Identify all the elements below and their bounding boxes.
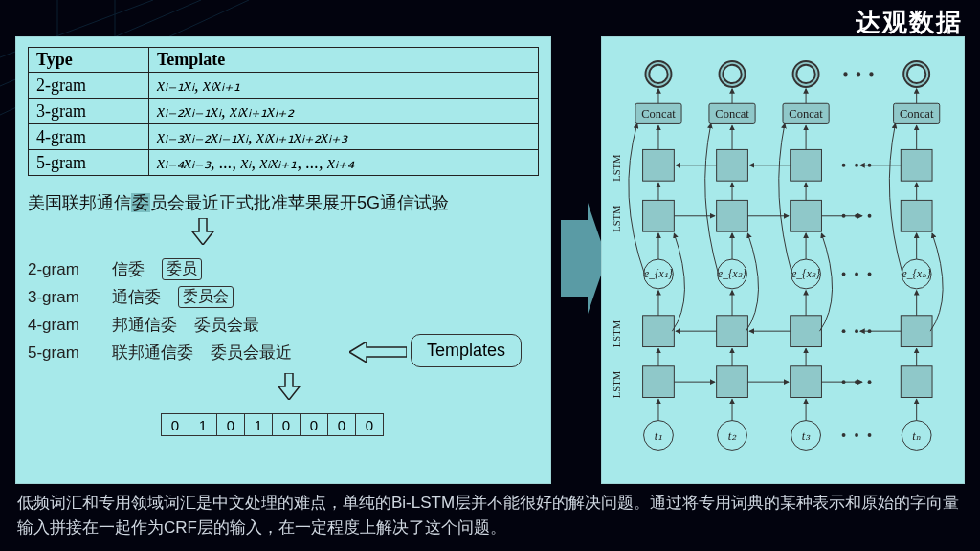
svg-point-11 <box>796 65 814 83</box>
svg-rect-42 <box>791 366 822 398</box>
svg-text:t₁: t₁ <box>655 430 663 443</box>
svg-rect-34 <box>791 200 822 231</box>
svg-point-77 <box>868 214 872 218</box>
svg-text:LSTM: LSTM <box>612 320 622 347</box>
svg-rect-43 <box>901 366 932 398</box>
svg-point-88 <box>855 433 858 437</box>
svg-text:e_{xₙ}: e_{xₙ} <box>902 268 932 279</box>
svg-point-84 <box>842 380 846 384</box>
svg-text:LSTM: LSTM <box>612 370 622 398</box>
svg-point-82 <box>855 329 858 333</box>
template-table: TypeTemplate 2-gramxᵢ₋₁xᵢ, xᵢxᵢ₊₁ 3-gram… <box>28 47 539 176</box>
svg-rect-32 <box>643 200 675 231</box>
svg-text:t₂: t₂ <box>728 430 737 443</box>
th-template: Template <box>148 48 538 73</box>
svg-point-13 <box>843 72 847 76</box>
svg-point-15 <box>869 72 873 76</box>
svg-point-89 <box>868 433 872 437</box>
svg-rect-29 <box>717 149 748 181</box>
svg-rect-39 <box>901 316 932 347</box>
svg-point-85 <box>855 380 858 384</box>
svg-point-10 <box>723 65 741 83</box>
svg-point-72 <box>842 164 846 167</box>
flow-arrow-icon <box>561 220 588 297</box>
bilstm-diagram: ConcatConcatConcatConcat <box>608 45 958 475</box>
svg-text:e_{x₂}: e_{x₂} <box>718 268 746 279</box>
svg-text:Concat: Concat <box>641 107 676 121</box>
svg-rect-30 <box>791 149 822 181</box>
svg-text:Concat: Concat <box>789 107 823 121</box>
svg-point-80 <box>868 273 872 276</box>
svg-point-73 <box>855 164 858 167</box>
slide-caption: 低频词汇和专用领域词汇是中文处理的难点，单纯的Bi-LSTM层并不能很好的解决问… <box>17 491 963 540</box>
svg-text:e_{x₃}: e_{x₃} <box>791 268 820 279</box>
templates-panel: TypeTemplate 2-gramxᵢ₋₁xᵢ, xᵢxᵢ₊₁ 3-gram… <box>15 36 551 484</box>
svg-point-9 <box>649 65 667 83</box>
svg-text:LSTM: LSTM <box>612 154 622 182</box>
svg-rect-41 <box>717 366 748 398</box>
down-arrow-icon <box>190 218 215 245</box>
left-arrow-icon <box>349 342 407 363</box>
svg-point-75 <box>842 214 846 218</box>
svg-point-76 <box>855 214 858 218</box>
svg-point-81 <box>842 329 846 333</box>
network-panel: ConcatConcatConcatConcat <box>601 36 965 484</box>
svg-point-12 <box>907 65 925 83</box>
svg-point-78 <box>842 273 846 276</box>
brand-cn: 达观数据 <box>856 10 963 35</box>
svg-point-79 <box>855 273 858 276</box>
svg-point-83 <box>868 329 872 333</box>
svg-rect-40 <box>643 366 675 398</box>
svg-text:Concat: Concat <box>715 107 749 121</box>
svg-text:e_{x₁}: e_{x₁} <box>644 268 673 279</box>
svg-point-87 <box>842 433 846 437</box>
svg-rect-37 <box>717 316 748 347</box>
svg-rect-33 <box>717 200 748 231</box>
svg-rect-28 <box>643 149 675 181</box>
svg-text:Concat: Concat <box>900 107 934 121</box>
svg-point-86 <box>868 380 872 384</box>
svg-point-74 <box>868 164 872 167</box>
svg-text:t₃: t₃ <box>802 430 811 443</box>
svg-text:LSTM: LSTM <box>612 205 622 232</box>
th-type: Type <box>29 48 149 73</box>
svg-rect-31 <box>901 149 932 181</box>
svg-point-14 <box>857 72 860 76</box>
example-sentence: 美国联邦通信委员会最近正式批准苹果展开5G通信试验 <box>28 191 539 214</box>
svg-rect-38 <box>791 316 822 347</box>
svg-rect-36 <box>643 316 675 347</box>
down-arrow-icon <box>277 373 301 400</box>
svg-text:tₙ: tₙ <box>912 430 921 443</box>
templates-badge: Templates <box>411 334 522 367</box>
bit-vector: 01010000 <box>162 413 539 436</box>
svg-rect-35 <box>901 200 932 231</box>
